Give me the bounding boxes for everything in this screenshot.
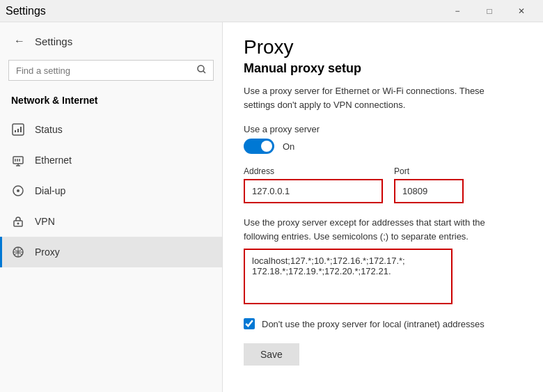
close-button[interactable]: ✕ — [505, 0, 537, 22]
ethernet-icon — [11, 153, 25, 167]
sidebar-item-dialup-label: Dial-up — [35, 185, 65, 196]
vpn-icon — [11, 214, 25, 228]
sidebar-item-ethernet-label: Ethernet — [35, 155, 72, 166]
page-title: Proxy — [244, 36, 522, 58]
titlebar: Settings − □ ✕ — [0, 0, 543, 22]
sidebar-item-vpn[interactable]: VPN — [0, 206, 222, 237]
back-button[interactable]: ← — [11, 32, 28, 50]
sidebar-item-vpn-label: VPN — [35, 216, 55, 227]
exceptions-textarea[interactable]: localhost;127.*;10.*;172.16.*;172.17.*; … — [244, 249, 452, 304]
search-icon — [197, 65, 206, 76]
toggle-row: On — [244, 139, 522, 154]
titlebar-controls: − □ ✕ — [441, 0, 537, 22]
description-text: Use a proxy server for Ethernet or Wi-Fi… — [244, 84, 508, 111]
sidebar-item-status-label: Status — [35, 124, 63, 135]
sidebar-section-title: Network & Internet — [0, 89, 222, 114]
fields-row: Address Port — [244, 166, 522, 203]
search-input[interactable] — [16, 65, 191, 76]
toggle-on-text: On — [283, 141, 294, 152]
sidebar-item-ethernet[interactable]: Ethernet — [0, 145, 222, 175]
sidebar-header: ← Settings — [0, 22, 222, 60]
local-addresses-checkbox[interactable] — [244, 318, 255, 329]
toggle-knob — [261, 141, 272, 152]
port-label: Port — [394, 166, 464, 176]
checkbox-label: Don't use the proxy server for local (in… — [262, 319, 485, 329]
sidebar-item-dialup[interactable]: Dial-up — [0, 175, 222, 206]
proxy-icon — [11, 245, 25, 259]
status-icon — [11, 123, 25, 136]
minimize-button[interactable]: − — [441, 0, 473, 22]
search-box — [8, 60, 214, 81]
svg-point-0 — [198, 65, 204, 72]
proxy-toggle[interactable] — [244, 139, 274, 154]
svg-point-12 — [17, 223, 19, 225]
sidebar-item-status[interactable]: Status — [0, 114, 222, 145]
maximize-button[interactable]: □ — [473, 0, 505, 22]
main-layout: ← Settings Network & Internet Status — [0, 22, 543, 392]
titlebar-title: Settings — [6, 5, 46, 17]
toggle-label: Use a proxy server — [244, 124, 522, 134]
sidebar-item-proxy[interactable]: Proxy — [0, 237, 222, 267]
address-label: Address — [244, 166, 383, 176]
svg-line-1 — [203, 71, 205, 73]
address-field-group: Address — [244, 166, 383, 203]
checkbox-row: Don't use the proxy server for local (in… — [244, 318, 522, 329]
port-field-group: Port — [394, 166, 464, 203]
titlebar-left: Settings — [6, 5, 46, 17]
port-input[interactable] — [394, 179, 464, 203]
sidebar-app-title: Settings — [35, 36, 72, 47]
save-button[interactable]: Save — [244, 343, 299, 366]
sidebar-item-proxy-label: Proxy — [35, 246, 60, 258]
dialup-icon — [11, 184, 25, 198]
address-input[interactable] — [244, 179, 383, 203]
svg-point-10 — [17, 189, 19, 192]
content-area: Proxy Manual proxy setup Use a proxy ser… — [223, 22, 543, 392]
sidebar: ← Settings Network & Internet Status — [0, 22, 223, 392]
section-title: Manual proxy setup — [244, 61, 522, 76]
exceptions-description: Use the proxy server except for addresse… — [244, 216, 522, 243]
svg-rect-3 — [13, 157, 23, 164]
